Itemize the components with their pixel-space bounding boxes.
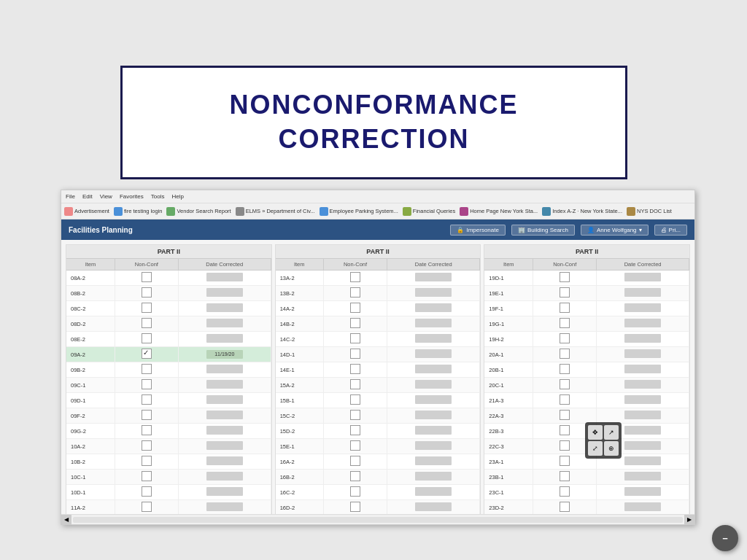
nonconf-cell[interactable] xyxy=(533,301,597,316)
checkbox[interactable] xyxy=(142,364,152,374)
nonconf-cell[interactable] xyxy=(323,470,387,485)
date-corrected-cell[interactable] xyxy=(387,500,480,516)
nonconf-cell[interactable] xyxy=(533,347,597,362)
bookmark-3[interactable]: ELMS » Department of Civ... xyxy=(236,207,315,216)
nonconf-cell[interactable] xyxy=(323,271,387,286)
checkbox[interactable] xyxy=(560,272,570,282)
nonconf-cell[interactable] xyxy=(533,332,597,347)
date-corrected-cell[interactable] xyxy=(178,500,271,516)
date-corrected-cell[interactable] xyxy=(597,393,689,408)
date-corrected-cell[interactable] xyxy=(387,454,480,470)
bookmark-6[interactable]: Home Page New York Sta... xyxy=(460,207,538,216)
checkbox[interactable] xyxy=(142,303,152,313)
checkbox[interactable] xyxy=(142,456,152,466)
date-corrected-cell[interactable] xyxy=(387,286,480,301)
checkbox[interactable] xyxy=(142,394,152,405)
date-corrected-cell[interactable] xyxy=(178,286,271,301)
date-corrected-cell[interactable] xyxy=(597,470,689,485)
checkbox[interactable] xyxy=(142,287,152,298)
checkbox[interactable] xyxy=(560,486,570,497)
nonconf-cell[interactable] xyxy=(115,286,178,301)
nonconf-cell[interactable] xyxy=(323,485,387,500)
menu-edit[interactable]: Edit xyxy=(82,193,93,200)
checkbox[interactable] xyxy=(560,379,570,389)
bookmark-8[interactable]: NYS DOC List xyxy=(627,207,672,216)
checkbox[interactable] xyxy=(142,502,152,512)
nonconf-cell[interactable] xyxy=(115,439,178,454)
checkbox[interactable] xyxy=(142,272,152,282)
nonconf-cell[interactable] xyxy=(533,500,597,516)
ctx-move-icon[interactable]: ✥ xyxy=(588,425,603,440)
date-corrected-cell[interactable] xyxy=(597,378,689,393)
date-corrected-cell[interactable] xyxy=(597,332,689,347)
checkbox[interactable] xyxy=(560,364,570,374)
nonconf-cell[interactable] xyxy=(533,393,597,408)
checkbox[interactable] xyxy=(350,410,360,420)
checkbox[interactable] xyxy=(560,287,570,298)
nonconf-cell[interactable] xyxy=(323,301,387,316)
nonconf-cell[interactable] xyxy=(533,286,597,301)
date-corrected-cell[interactable] xyxy=(387,316,480,332)
ctx-resize-icon[interactable]: ⤢ xyxy=(588,441,603,456)
nonconf-cell[interactable] xyxy=(533,378,597,393)
date-corrected-cell[interactable] xyxy=(387,301,480,316)
date-corrected-cell[interactable] xyxy=(178,362,271,378)
date-corrected-cell[interactable] xyxy=(597,271,689,286)
checkbox[interactable] xyxy=(560,502,570,512)
checkbox[interactable] xyxy=(560,333,570,343)
context-menu-overlay[interactable]: ✥ ↗ ⤢ ⊕ xyxy=(585,422,622,459)
date-corrected-cell[interactable] xyxy=(387,424,480,439)
date-corrected-cell[interactable] xyxy=(178,393,271,408)
nonconf-cell[interactable] xyxy=(323,454,387,470)
nonconf-cell[interactable] xyxy=(323,286,387,301)
date-corrected-cell[interactable]: 11/19/20 xyxy=(178,347,271,362)
date-corrected-cell[interactable] xyxy=(178,378,271,393)
checkbox[interactable] xyxy=(560,303,570,313)
nonconf-cell[interactable] xyxy=(323,378,387,393)
date-corrected-cell[interactable] xyxy=(178,408,271,424)
nonconf-cell[interactable] xyxy=(115,393,178,408)
nonconf-cell[interactable] xyxy=(533,316,597,332)
checkbox[interactable] xyxy=(142,471,152,481)
date-corrected-cell[interactable] xyxy=(387,393,480,408)
minimize-button[interactable]: − xyxy=(712,525,738,551)
nonconf-cell[interactable] xyxy=(323,332,387,347)
checkbox[interactable] xyxy=(350,272,360,282)
checkbox[interactable] xyxy=(350,471,360,481)
date-corrected-cell[interactable] xyxy=(178,439,271,454)
checkbox[interactable] xyxy=(350,287,360,298)
date-corrected-cell[interactable] xyxy=(597,286,689,301)
nonconf-cell[interactable] xyxy=(533,470,597,485)
nonconf-cell[interactable] xyxy=(323,362,387,378)
date-corrected-cell[interactable] xyxy=(387,332,480,347)
date-corrected-cell[interactable] xyxy=(597,485,689,500)
checkbox[interactable] xyxy=(142,486,152,497)
date-corrected-cell[interactable] xyxy=(597,408,689,424)
checkbox[interactable] xyxy=(142,440,152,451)
checkbox[interactable] xyxy=(142,425,152,435)
checkbox[interactable] xyxy=(350,379,360,389)
impersonate-button[interactable]: 🔒 Impersonate xyxy=(450,225,505,236)
date-corrected-cell[interactable] xyxy=(387,271,480,286)
date-corrected-cell[interactable] xyxy=(178,271,271,286)
checkbox[interactable] xyxy=(560,471,570,481)
nonconf-cell[interactable] xyxy=(115,454,178,470)
ctx-arrow-icon[interactable]: ↗ xyxy=(604,425,619,440)
checkbox[interactable] xyxy=(560,318,570,328)
nonconf-cell[interactable] xyxy=(323,393,387,408)
nonconf-cell[interactable] xyxy=(115,500,178,516)
bookmark-0[interactable]: Advertisement xyxy=(64,207,109,216)
date-corrected-cell[interactable] xyxy=(597,500,689,516)
checkbox[interactable] xyxy=(142,333,152,343)
nonconf-cell[interactable] xyxy=(115,485,178,500)
user-menu-button[interactable]: 👤 Anne Wolfgang ▾ xyxy=(581,225,649,236)
checkbox[interactable] xyxy=(560,349,570,359)
date-corrected-cell[interactable] xyxy=(178,470,271,485)
bookmark-1[interactable]: fire testing login xyxy=(114,207,163,216)
date-corrected-cell[interactable] xyxy=(597,347,689,362)
nonconf-cell[interactable] xyxy=(323,316,387,332)
nonconf-cell[interactable] xyxy=(533,271,597,286)
checkbox[interactable] xyxy=(350,502,360,512)
checkbox[interactable] xyxy=(142,379,152,389)
bookmark-4[interactable]: Employee Parking System... xyxy=(320,207,398,216)
